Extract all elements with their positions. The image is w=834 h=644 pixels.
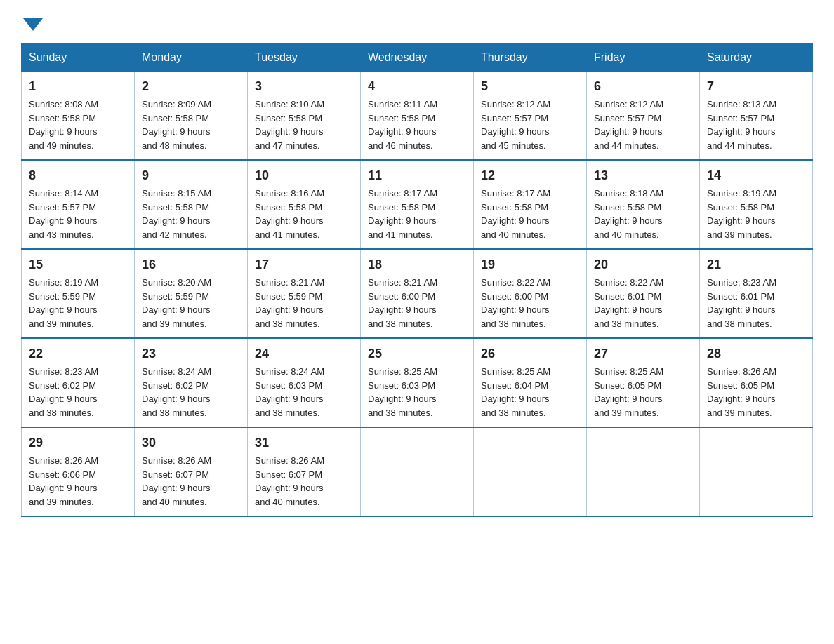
day-info: Sunrise: 8:17 AMSunset: 5:58 PMDaylight:… xyxy=(481,187,579,241)
col-header-wednesday: Wednesday xyxy=(361,44,474,72)
calendar-cell: 11Sunrise: 8:17 AMSunset: 5:58 PMDayligh… xyxy=(361,160,474,249)
day-number: 28 xyxy=(707,344,805,363)
day-info: Sunrise: 8:09 AMSunset: 5:58 PMDaylight:… xyxy=(142,98,240,152)
day-number: 27 xyxy=(594,344,692,363)
logo xyxy=(21,14,43,31)
calendar-cell: 29Sunrise: 8:26 AMSunset: 6:06 PMDayligh… xyxy=(22,427,135,516)
calendar-cell: 28Sunrise: 8:26 AMSunset: 6:05 PMDayligh… xyxy=(700,338,813,427)
day-number: 10 xyxy=(255,166,353,185)
day-number: 13 xyxy=(594,166,692,185)
day-number: 22 xyxy=(29,344,127,363)
day-info: Sunrise: 8:22 AMSunset: 6:00 PMDaylight:… xyxy=(481,276,579,330)
day-number: 29 xyxy=(29,434,127,452)
week-row-3: 15Sunrise: 8:19 AMSunset: 5:59 PMDayligh… xyxy=(22,249,813,338)
calendar-cell: 30Sunrise: 8:26 AMSunset: 6:07 PMDayligh… xyxy=(135,427,248,516)
calendar-cell: 13Sunrise: 8:18 AMSunset: 5:58 PMDayligh… xyxy=(587,160,700,249)
calendar-cell xyxy=(361,427,474,516)
day-number: 24 xyxy=(255,344,353,363)
calendar-cell: 27Sunrise: 8:25 AMSunset: 6:05 PMDayligh… xyxy=(587,338,700,427)
calendar-cell: 22Sunrise: 8:23 AMSunset: 6:02 PMDayligh… xyxy=(22,338,135,427)
day-info: Sunrise: 8:08 AMSunset: 5:58 PMDaylight:… xyxy=(29,98,127,152)
day-number: 20 xyxy=(594,255,692,274)
week-row-4: 22Sunrise: 8:23 AMSunset: 6:02 PMDayligh… xyxy=(22,338,813,427)
calendar-cell: 8Sunrise: 8:14 AMSunset: 5:57 PMDaylight… xyxy=(22,160,135,249)
calendar-cell: 18Sunrise: 8:21 AMSunset: 6:00 PMDayligh… xyxy=(361,249,474,338)
day-info: Sunrise: 8:25 AMSunset: 6:04 PMDaylight:… xyxy=(481,365,579,420)
calendar-cell: 15Sunrise: 8:19 AMSunset: 5:59 PMDayligh… xyxy=(22,249,135,338)
day-number: 6 xyxy=(594,77,692,96)
day-number: 15 xyxy=(29,255,127,274)
day-info: Sunrise: 8:13 AMSunset: 5:57 PMDaylight:… xyxy=(707,98,805,152)
day-info: Sunrise: 8:23 AMSunset: 6:01 PMDaylight:… xyxy=(707,276,805,330)
day-number: 7 xyxy=(707,77,805,96)
calendar-cell: 17Sunrise: 8:21 AMSunset: 5:59 PMDayligh… xyxy=(248,249,361,338)
calendar-cell xyxy=(474,427,587,516)
week-row-1: 1Sunrise: 8:08 AMSunset: 5:58 PMDaylight… xyxy=(22,72,813,161)
day-number: 8 xyxy=(29,166,127,185)
day-number: 5 xyxy=(481,77,579,96)
day-number: 17 xyxy=(255,255,353,274)
day-number: 31 xyxy=(255,434,353,452)
calendar-table: SundayMondayTuesdayWednesdayThursdayFrid… xyxy=(21,43,813,517)
day-info: Sunrise: 8:17 AMSunset: 5:58 PMDaylight:… xyxy=(368,187,466,241)
day-number: 4 xyxy=(368,77,466,96)
calendar-cell: 2Sunrise: 8:09 AMSunset: 5:58 PMDaylight… xyxy=(135,72,248,161)
day-number: 30 xyxy=(142,434,240,452)
logo-arrow-icon xyxy=(23,18,43,31)
day-info: Sunrise: 8:24 AMSunset: 6:03 PMDaylight:… xyxy=(255,365,353,420)
day-info: Sunrise: 8:15 AMSunset: 5:58 PMDaylight:… xyxy=(142,187,240,241)
day-info: Sunrise: 8:25 AMSunset: 6:05 PMDaylight:… xyxy=(594,365,692,420)
calendar-cell: 3Sunrise: 8:10 AMSunset: 5:58 PMDaylight… xyxy=(248,72,361,161)
calendar-cell xyxy=(587,427,700,516)
day-number: 9 xyxy=(142,166,240,185)
calendar-cell: 9Sunrise: 8:15 AMSunset: 5:58 PMDaylight… xyxy=(135,160,248,249)
day-number: 2 xyxy=(142,77,240,96)
col-header-tuesday: Tuesday xyxy=(248,44,361,72)
day-info: Sunrise: 8:24 AMSunset: 6:02 PMDaylight:… xyxy=(142,365,240,420)
col-header-friday: Friday xyxy=(587,44,700,72)
calendar-cell: 5Sunrise: 8:12 AMSunset: 5:57 PMDaylight… xyxy=(474,72,587,161)
day-info: Sunrise: 8:26 AMSunset: 6:07 PMDaylight:… xyxy=(255,454,353,509)
day-info: Sunrise: 8:20 AMSunset: 5:59 PMDaylight:… xyxy=(142,276,240,330)
calendar-cell: 31Sunrise: 8:26 AMSunset: 6:07 PMDayligh… xyxy=(248,427,361,516)
calendar-cell: 14Sunrise: 8:19 AMSunset: 5:58 PMDayligh… xyxy=(700,160,813,249)
day-info: Sunrise: 8:10 AMSunset: 5:58 PMDaylight:… xyxy=(255,98,353,152)
day-number: 16 xyxy=(142,255,240,274)
calendar-cell: 25Sunrise: 8:25 AMSunset: 6:03 PMDayligh… xyxy=(361,338,474,427)
calendar-cell: 21Sunrise: 8:23 AMSunset: 6:01 PMDayligh… xyxy=(700,249,813,338)
calendar-cell: 24Sunrise: 8:24 AMSunset: 6:03 PMDayligh… xyxy=(248,338,361,427)
day-number: 1 xyxy=(29,77,127,96)
day-number: 26 xyxy=(481,344,579,363)
calendar-cell: 1Sunrise: 8:08 AMSunset: 5:58 PMDaylight… xyxy=(22,72,135,161)
day-number: 25 xyxy=(368,344,466,363)
col-header-monday: Monday xyxy=(135,44,248,72)
day-info: Sunrise: 8:22 AMSunset: 6:01 PMDaylight:… xyxy=(594,276,692,330)
col-header-thursday: Thursday xyxy=(474,44,587,72)
day-info: Sunrise: 8:23 AMSunset: 6:02 PMDaylight:… xyxy=(29,365,127,420)
page-header xyxy=(21,14,813,31)
day-info: Sunrise: 8:18 AMSunset: 5:58 PMDaylight:… xyxy=(594,187,692,241)
col-header-sunday: Sunday xyxy=(22,44,135,72)
day-info: Sunrise: 8:12 AMSunset: 5:57 PMDaylight:… xyxy=(594,98,692,152)
day-info: Sunrise: 8:21 AMSunset: 5:59 PMDaylight:… xyxy=(255,276,353,330)
calendar-cell: 16Sunrise: 8:20 AMSunset: 5:59 PMDayligh… xyxy=(135,249,248,338)
calendar-cell: 4Sunrise: 8:11 AMSunset: 5:58 PMDaylight… xyxy=(361,72,474,161)
day-info: Sunrise: 8:19 AMSunset: 5:59 PMDaylight:… xyxy=(29,276,127,330)
calendar-cell: 6Sunrise: 8:12 AMSunset: 5:57 PMDaylight… xyxy=(587,72,700,161)
day-info: Sunrise: 8:12 AMSunset: 5:57 PMDaylight:… xyxy=(481,98,579,152)
calendar-cell xyxy=(700,427,813,516)
week-row-2: 8Sunrise: 8:14 AMSunset: 5:57 PMDaylight… xyxy=(22,160,813,249)
calendar-cell: 23Sunrise: 8:24 AMSunset: 6:02 PMDayligh… xyxy=(135,338,248,427)
day-info: Sunrise: 8:21 AMSunset: 6:00 PMDaylight:… xyxy=(368,276,466,330)
day-info: Sunrise: 8:26 AMSunset: 6:06 PMDaylight:… xyxy=(29,454,127,509)
day-info: Sunrise: 8:14 AMSunset: 5:57 PMDaylight:… xyxy=(29,187,127,241)
day-info: Sunrise: 8:19 AMSunset: 5:58 PMDaylight:… xyxy=(707,187,805,241)
header-row: SundayMondayTuesdayWednesdayThursdayFrid… xyxy=(22,44,813,72)
day-info: Sunrise: 8:26 AMSunset: 6:07 PMDaylight:… xyxy=(142,454,240,509)
calendar-cell: 7Sunrise: 8:13 AMSunset: 5:57 PMDaylight… xyxy=(700,72,813,161)
col-header-saturday: Saturday xyxy=(700,44,813,72)
day-number: 18 xyxy=(368,255,466,274)
calendar-cell: 26Sunrise: 8:25 AMSunset: 6:04 PMDayligh… xyxy=(474,338,587,427)
day-info: Sunrise: 8:25 AMSunset: 6:03 PMDaylight:… xyxy=(368,365,466,420)
day-info: Sunrise: 8:16 AMSunset: 5:58 PMDaylight:… xyxy=(255,187,353,241)
